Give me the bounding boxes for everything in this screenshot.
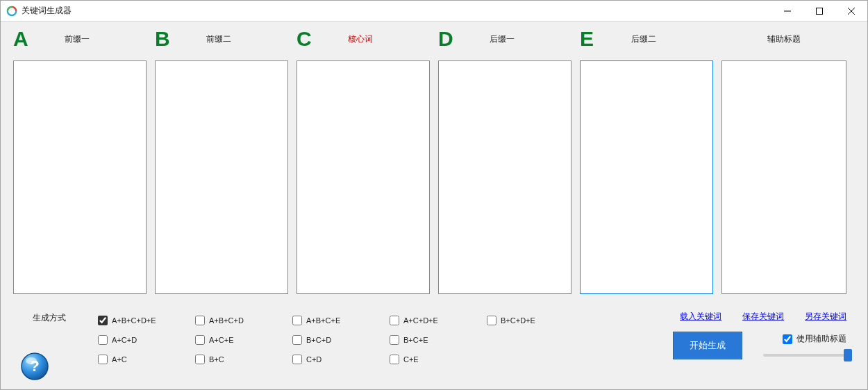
prefix2-textarea[interactable] [155,60,288,294]
col-e-label: 后缀二 [631,33,656,45]
col-e-letter: E [580,29,601,49]
combo-ac[interactable]: A+C [98,355,195,364]
window-controls [771,1,867,21]
combo-cd-box[interactable] [292,355,302,364]
aux-slider[interactable] [763,354,852,357]
combo-ace-box[interactable] [195,335,205,345]
combo-acd-label: A+C+D [112,336,137,344]
suffix2-textarea[interactable] [580,60,713,294]
combo-abcde[interactable]: A+B+C+D+E [98,316,195,325]
use-aux-title-label: 使用辅助标题 [796,333,846,345]
combo-cd-label: C+D [306,355,322,364]
col-c-letter: C [297,29,317,49]
combo-ce-label: C+E [403,355,419,364]
combo-bc-box[interactable] [195,355,205,364]
suffix1-textarea[interactable] [438,60,571,294]
minimize-button[interactable] [771,1,803,21]
col-a-letter: A [13,29,34,49]
maximize-button[interactable] [803,1,835,21]
col-d-label: 后缀一 [490,33,515,45]
column-headers: A 前缀一 B 前缀二 C 核心词 D 后缀一 [13,26,856,52]
combo-bce-box[interactable] [390,335,399,345]
col-c-head: C 核心词 [297,26,430,52]
col-aux-label: 辅助标题 [767,33,801,45]
window-title: 关键词生成器 [22,5,72,17]
col-a-label: 前缀一 [65,33,90,45]
col-d-letter: D [438,29,459,49]
titlebar: 关键词生成器 [1,1,867,22]
combo-bcd-box[interactable] [292,335,302,345]
combo-acde-label: A+C+D+E [403,316,438,325]
saveas-keywords-link[interactable]: 另存关键词 [805,311,846,323]
aux-slider-wrap [762,352,851,358]
combo-acd[interactable]: A+C+D [98,335,195,345]
combo-ce-box[interactable] [390,355,399,364]
prefix1-textarea[interactable] [13,60,147,294]
combo-bce-label: B+C+E [403,336,428,344]
combo-bc-label: B+C [209,355,224,364]
combo-ce[interactable]: C+E [390,355,487,364]
combo-bc[interactable]: B+C [195,355,292,364]
combo-ac-box[interactable] [98,355,108,364]
svg-rect-2 [817,8,823,14]
core-textarea[interactable] [297,60,430,294]
combo-ac-label: A+C [112,355,127,364]
combo-bce[interactable]: B+C+E [390,335,487,345]
col-e-head: E 后缀二 [580,26,713,52]
combo-abcde-box[interactable] [98,316,108,325]
gen-mode-label: 生成方式 [33,312,66,324]
col-a-head: A 前缀一 [13,26,147,52]
col-b-head: B 前缀二 [155,26,288,52]
combo-bcde-box[interactable] [487,316,496,325]
generate-button-label: 开始生成 [690,339,726,352]
combo-abcd[interactable]: A+B+C+D [195,316,292,325]
col-aux-head: 辅助标题 [721,26,846,52]
combo-acde-box[interactable] [390,316,399,325]
combo-ace-label: A+C+E [209,336,233,344]
col-b-label: 前缀二 [206,33,231,45]
combo-abcd-label: A+B+C+D [209,316,244,325]
combo-acde[interactable]: A+C+D+E [390,316,487,325]
combo-abce-label: A+B+C+E [306,316,340,325]
combo-cd[interactable]: C+D [292,355,390,364]
combo-checkbox-grid: A+B+C+D+E A+B+C+D A+B+C+E A+C+D+E B+C+D+… [98,311,584,369]
close-button[interactable] [835,1,867,21]
col-d-head: D 后缀一 [438,26,571,52]
aux-textarea[interactable] [721,60,846,294]
combo-abcd-box[interactable] [195,316,205,325]
combo-abce-box[interactable] [292,316,302,325]
help-icon[interactable]: ? [20,352,49,381]
textareas-row [13,60,856,294]
use-aux-title-checkbox[interactable]: 使用辅助标题 [783,333,846,345]
bottom-panel: 生成方式 A+B+C+D+E A+B+C+D A+B+C+E A+C+D+E B… [1,302,867,389]
combo-bcd-label: B+C+D [306,336,331,344]
combo-bcd[interactable]: B+C+D [292,335,390,345]
combo-bcde[interactable]: B+C+D+E [487,316,584,325]
generate-button[interactable]: 开始生成 [673,332,742,359]
svg-text:?: ? [30,357,39,375]
col-b-letter: B [155,29,176,49]
keyword-file-links: 载入关键词 保存关键词 另存关键词 [680,311,846,323]
use-aux-title-box[interactable] [783,334,792,344]
combo-bcde-label: B+C+D+E [501,316,535,325]
app-window: 关键词生成器 A 前缀一 B [0,0,868,390]
save-keywords-link[interactable]: 保存关键词 [742,311,784,323]
combo-abcde-label: A+B+C+D+E [112,316,156,325]
col-c-label: 核心词 [348,33,373,45]
combo-abce[interactable]: A+B+C+E [292,316,390,325]
app-icon [6,6,17,17]
combo-acd-box[interactable] [98,335,108,345]
load-keywords-link[interactable]: 载入关键词 [680,311,721,323]
body: A 前缀一 B 前缀二 C 核心词 D 后缀一 [1,22,867,389]
combo-ace[interactable]: A+C+E [195,335,292,345]
